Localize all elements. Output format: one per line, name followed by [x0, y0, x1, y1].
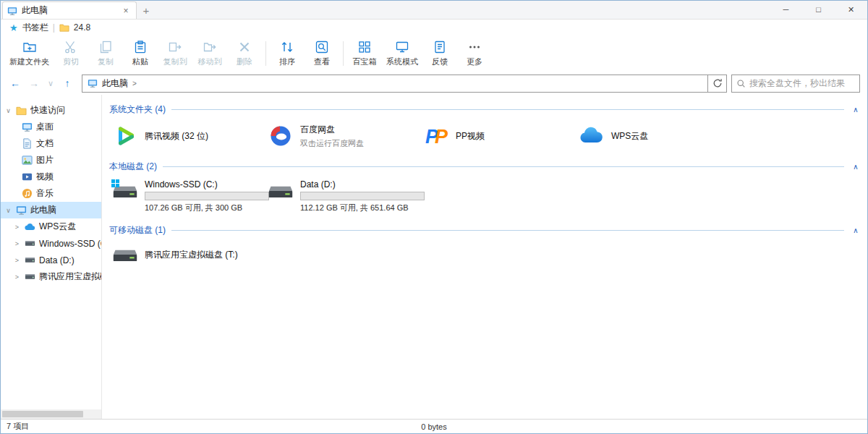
main-toolbar: 新建文件夹 剪切 复制 粘贴 复制到 [1, 35, 867, 72]
disk-name: 腾讯应用宝虚拟磁盘 (T:) [145, 249, 238, 261]
sidebar-item-this-pc[interactable]: ∨ 此电脑 [1, 202, 101, 218]
toolbar-label: 新建文件夹 [9, 56, 49, 67]
bookmarks-label[interactable]: 书签栏 [22, 22, 48, 34]
sidebar-tree: ∨ 快速访问 桌面 文档 [1, 95, 101, 409]
toolbar-label: 粘贴 [132, 56, 148, 67]
sort-icon [280, 40, 294, 54]
move-to-button[interactable]: 移动到 [192, 37, 227, 70]
collapse-chevron-icon[interactable]: ∧ [850, 163, 861, 171]
tab-close-button[interactable]: × [120, 6, 132, 16]
file-name: WPS云盘 [611, 130, 648, 142]
tencent-video-icon [112, 123, 138, 149]
cut-icon [64, 40, 78, 54]
sidebar-item-documents[interactable]: 文档 [1, 135, 101, 152]
sidebar-item-drive-d[interactable]: > Data (D:) [1, 252, 101, 268]
paste-button[interactable]: 粘贴 [123, 37, 158, 70]
new-folder-button[interactable]: 新建文件夹 [5, 37, 54, 70]
star-icon[interactable]: ★ [9, 23, 18, 33]
sidebar-item-wps-cloud[interactable]: > WPS云盘 [1, 218, 101, 235]
sidebar-item-drive-c[interactable]: > Windows-SSD (C:) [1, 235, 101, 252]
back-button[interactable]: ← [8, 75, 22, 91]
breadcrumb[interactable]: 此电脑 [102, 77, 128, 90]
new-folder-icon [22, 40, 37, 54]
disk-item-t[interactable]: 腾讯应用宝虚拟磁盘 (T:) [109, 242, 265, 268]
toolbar-separator [343, 41, 344, 66]
cut-button[interactable]: 剪切 [54, 37, 88, 70]
move-to-icon [203, 40, 217, 54]
refresh-button[interactable] [708, 75, 727, 93]
sidebar-item-quick-access[interactable]: ∨ 快速访问 [1, 102, 101, 119]
computer-icon [88, 78, 98, 88]
search-input[interactable] [749, 78, 855, 88]
sidebar-item-videos[interactable]: 视频 [1, 169, 101, 185]
new-tab-button[interactable]: + [137, 1, 156, 19]
chevron-down-icon[interactable]: ∨ [4, 207, 12, 214]
toolbar-label: 反馈 [432, 56, 448, 67]
breadcrumb-chevron-icon[interactable]: > [132, 80, 137, 88]
address-bar[interactable]: 此电脑 > [82, 75, 708, 93]
system-mode-button[interactable]: 系统模式 [382, 37, 422, 70]
sidebar-horizontal-scrollbar[interactable] [1, 409, 101, 419]
chevron-right-icon[interactable]: > [13, 240, 21, 247]
section-title: 可移动磁盘 (1) [109, 224, 166, 237]
file-item-baidu-netdisk[interactable]: 百度网盘 双击运行百度网盘 [265, 121, 420, 151]
collapse-chevron-icon[interactable]: ∧ [850, 226, 861, 234]
file-subtitle: 双击运行百度网盘 [300, 138, 364, 149]
file-list-panel: 系统文件夹 (4) ∧ 腾讯视频 (32 位) [102, 95, 867, 419]
section-title: 本地磁盘 (2) [109, 161, 157, 173]
item-count: 7 项目 [1, 421, 29, 432]
sidebar-item-label: 文档 [36, 137, 54, 150]
file-item-wps-cloud[interactable]: WPS云盘 [576, 121, 731, 151]
tab-bar: 此电脑 × + ─ □ ✕ [1, 1, 867, 20]
disk-usage-bar [145, 192, 269, 200]
copy-to-button[interactable]: 复制到 [158, 37, 192, 70]
chevron-down-icon[interactable]: ∨ [4, 107, 12, 114]
tab-this-pc[interactable]: 此电脑 × [2, 1, 137, 19]
history-dropdown-icon[interactable]: ∨ [46, 75, 56, 91]
sort-button[interactable]: 排序 [270, 37, 305, 70]
sidebar-item-label: 桌面 [36, 121, 54, 133]
pictures-icon [22, 155, 33, 166]
scrollbar-thumb[interactable] [2, 411, 83, 417]
folder-icon [59, 23, 69, 32]
collapse-chevron-icon[interactable]: ∧ [850, 106, 861, 114]
feedback-button[interactable]: 反馈 [422, 37, 457, 70]
sidebar-item-desktop[interactable]: 桌面 [1, 119, 101, 135]
more-button[interactable]: 更多 [457, 37, 492, 70]
minimize-button[interactable]: ─ [770, 0, 802, 19]
file-item-tencent-video[interactable]: 腾讯视频 (32 位) [109, 121, 265, 151]
toolbox-button[interactable]: 百宝箱 [347, 37, 382, 70]
section-header-system-folders: 系统文件夹 (4) ∧ [109, 103, 861, 116]
paste-icon [133, 40, 148, 54]
toolbar-label: 排序 [279, 56, 295, 67]
chevron-right-icon[interactable]: > [13, 273, 21, 281]
maximize-button[interactable]: □ [802, 0, 835, 19]
status-bar: 7 项目 0 bytes [1, 419, 867, 433]
section-title: 系统文件夹 (4) [109, 103, 166, 116]
window-body: ∨ 快速访问 桌面 文档 [1, 95, 867, 419]
copy-button[interactable]: 复制 [88, 37, 123, 70]
disk-item-d[interactable]: Data (D:) 112.12 GB 可用, 共 651.64 GB [265, 178, 420, 215]
forward-button[interactable]: → [27, 75, 41, 91]
disk-item-c[interactable]: Windows-SSD (C:) 107.26 GB 可用, 共 300 GB [109, 178, 265, 215]
drive-icon [25, 238, 35, 249]
more-dots-icon [467, 40, 482, 54]
file-item-pp-video[interactable]: P P PP视频 [420, 121, 576, 151]
delete-button[interactable]: 删除 [227, 37, 262, 70]
sidebar-item-drive-t[interactable]: > 腾讯应用宝虚拟磁盘 (T:) [1, 268, 101, 285]
computer-icon [7, 6, 17, 16]
file-name: 腾讯视频 (32 位) [145, 130, 208, 142]
bookmark-folder-label[interactable]: 24.8 [74, 22, 90, 33]
view-button[interactable]: 查看 [305, 37, 339, 70]
search-box[interactable] [731, 75, 860, 93]
sidebar-item-label: 此电脑 [30, 204, 56, 216]
sidebar-item-label: 图片 [36, 154, 54, 166]
chevron-right-icon[interactable]: > [13, 257, 21, 264]
pp-video-icon: P P [423, 123, 449, 149]
up-button[interactable]: ↑ [60, 75, 75, 91]
chevron-right-icon[interactable]: > [13, 224, 21, 231]
copy-to-icon [168, 40, 182, 54]
close-button[interactable]: ✕ [835, 0, 867, 19]
sidebar-item-pictures[interactable]: 图片 [1, 152, 101, 169]
sidebar-item-music[interactable]: 音乐 [1, 185, 101, 202]
